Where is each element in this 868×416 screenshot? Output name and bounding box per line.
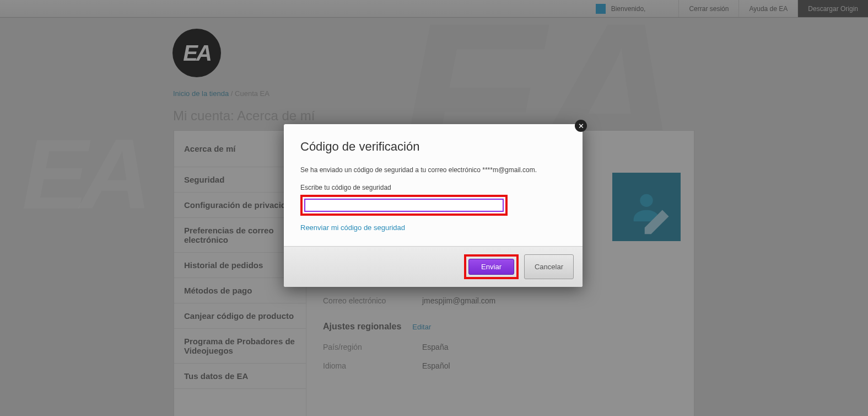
- cancel-button[interactable]: Cancelar: [524, 254, 574, 279]
- modal-close-button[interactable]: ✕: [575, 120, 587, 132]
- modal-body: Código de verificación Se ha enviado un …: [284, 124, 583, 246]
- modal-footer: Enviar Cancelar: [284, 246, 583, 287]
- submit-button-highlight: Enviar: [464, 254, 519, 279]
- resend-code-link[interactable]: Reenviar mi código de seguridad: [300, 223, 405, 232]
- modal-title: Código de verificación: [300, 140, 566, 154]
- close-icon: ✕: [578, 122, 584, 130]
- security-code-input[interactable]: [304, 199, 504, 212]
- modal-description: Se ha enviado un código de seguridad a t…: [300, 166, 566, 174]
- submit-button[interactable]: Enviar: [468, 259, 514, 275]
- code-input-label: Escribe tu código de seguridad: [300, 184, 566, 191]
- verification-modal: ✕ Código de verificación Se ha enviado u…: [284, 124, 583, 287]
- code-input-highlight: [300, 195, 508, 216]
- masked-email: ****m@gmail.com: [482, 166, 535, 174]
